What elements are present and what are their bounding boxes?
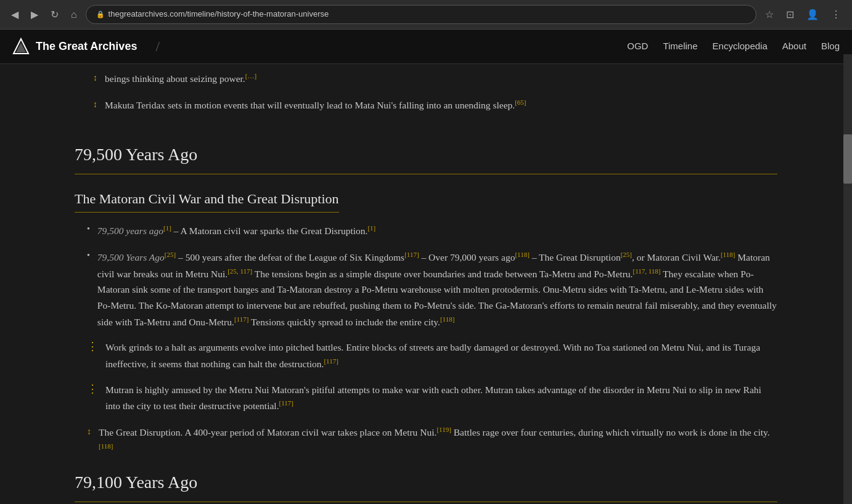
section-heading-civil-war: The Matoran Civil War and the Great Disr… (75, 188, 339, 213)
year-heading-79100: 79,100 Years Ago (75, 469, 777, 502)
svg-marker-1 (16, 43, 26, 52)
bullet-vertical-3: ⋮ (87, 341, 98, 352)
back-button[interactable]: ◀ (7, 6, 22, 24)
refresh-button[interactable]: ↻ (47, 6, 62, 24)
bullet-item-1: ● 79,500 years ago[1] – A Matoran civil … (81, 222, 777, 239)
ref-1b: [1] (367, 224, 375, 232)
site-header: The Great Archives / OGD Timeline Encycl… (0, 30, 852, 64)
scroll-hint-text-1: beings thinking about seizing power.[…] (105, 70, 256, 87)
url-text: thegreatarchives.com/timeline/history-of… (109, 8, 329, 21)
ref-118a: [118] (515, 251, 529, 258)
scroll-hint-item-2: ↕ Makuta Teridax sets in motion events t… (87, 97, 777, 113)
year-heading-79500: 79,500 Years Ago (75, 141, 777, 174)
site-nav: OGD Timeline Encyclopedia About Blog (627, 39, 840, 54)
scroll-thumb[interactable] (843, 134, 852, 184)
bullet-item-5: ↕ The Great Disruption. A 400-year perio… (81, 424, 777, 457)
bullet-text-2: 79,500 Years Ago[25] – 500 years after t… (97, 249, 777, 330)
bullet-arrow-1: ↕ (93, 71, 97, 85)
scrollbar[interactable] (843, 54, 852, 504)
nav-encyclopedia[interactable]: Encyclopedia (713, 39, 768, 54)
forward-button[interactable]: ▶ (27, 6, 42, 24)
main-content: ↕ beings thinking about seizing power.[…… (62, 64, 790, 504)
bullet-dot-2: ● (87, 251, 90, 259)
bullet-item-2: ● 79,500 Years Ago[25] – 500 years after… (81, 249, 777, 330)
profile-button[interactable]: 👤 (803, 6, 822, 24)
url-bar[interactable]: 🔒 thegreatarchives.com/timeline/history-… (86, 5, 756, 24)
ref-119: [119] (436, 426, 451, 433)
header-divider: / (155, 35, 160, 58)
site-logo: The Great Archives (12, 38, 137, 55)
ref-117d: [117] (234, 315, 248, 323)
ref-118e: [118] (99, 442, 113, 450)
bullet-text-1: 79,500 years ago[1] – A Matoran civil wa… (97, 222, 375, 239)
bullet-vertical-4: ⋮ (87, 383, 98, 394)
scroll-hint-item-1: ↕ beings thinking about seizing power.[…… (87, 70, 777, 87)
nav-ogd[interactable]: OGD (627, 39, 648, 54)
section-content-79500: ● 79,500 years ago[1] – A Matoran civil … (81, 222, 777, 457)
nav-blog[interactable]: Blog (821, 39, 840, 54)
cast-button[interactable]: ⊡ (782, 6, 798, 24)
bullet-item-3: ⋮ Work grinds to a halt as arguments evo… (81, 339, 777, 372)
bullet-text-4: Mutran is highly amused by the Metru Nui… (105, 382, 777, 414)
bullet-text-3: Work grinds to a halt as arguments evolv… (105, 339, 777, 372)
ref-117a: [117] (404, 251, 419, 258)
ref-118b: [118] (721, 251, 735, 258)
nav-timeline[interactable]: Timeline (663, 39, 697, 54)
bullet-list-79500: ● 79,500 years ago[1] – A Matoran civil … (81, 222, 777, 457)
bullet-arrow-5: ↕ (87, 425, 91, 439)
ref-117c: [117, (633, 267, 647, 275)
ref-65: [65] (515, 99, 526, 106)
lock-icon: 🔒 (96, 9, 105, 20)
scroll-hint-section: ↕ beings thinking about seizing power.[…… (75, 64, 777, 129)
ref-118c: 118] (647, 267, 661, 275)
more-button[interactable]: ⋮ (827, 6, 845, 24)
ref-scroll-1: […] (245, 72, 256, 79)
nav-about[interactable]: About (782, 39, 806, 54)
bullet-text-5: The Great Disruption. A 400-year period … (99, 424, 777, 457)
logo-icon (12, 38, 30, 55)
bullet-dot-1: ● (87, 225, 90, 233)
ref-1a: [1] (163, 224, 171, 232)
italic-prefix-2: 79,500 Years Ago (97, 252, 165, 262)
italic-prefix-1: 79,500 years ago (97, 226, 163, 236)
browser-chrome: ◀ ▶ ↻ ⌂ 🔒 thegreatarchives.com/timeline/… (0, 0, 852, 30)
bullet-item-4: ⋮ Mutran is highly amused by the Metru N… (81, 382, 777, 414)
scroll-hint-text-2: Makuta Teridax sets in motion events tha… (105, 97, 526, 113)
ref-117f: [117] (279, 399, 293, 407)
ref-25a: [25] (165, 251, 176, 258)
ref-25b: [25] (621, 251, 632, 258)
star-button[interactable]: ☆ (761, 6, 777, 24)
ref-118d: [118] (440, 315, 454, 323)
home-button[interactable]: ⌂ (67, 6, 81, 24)
site-name: The Great Archives (36, 38, 137, 55)
ref-117e: [117] (324, 357, 338, 365)
ref-25c: [25, (227, 267, 238, 275)
bullet-arrow-2: ↕ (93, 98, 97, 112)
ref-117b: 117] (239, 267, 253, 275)
